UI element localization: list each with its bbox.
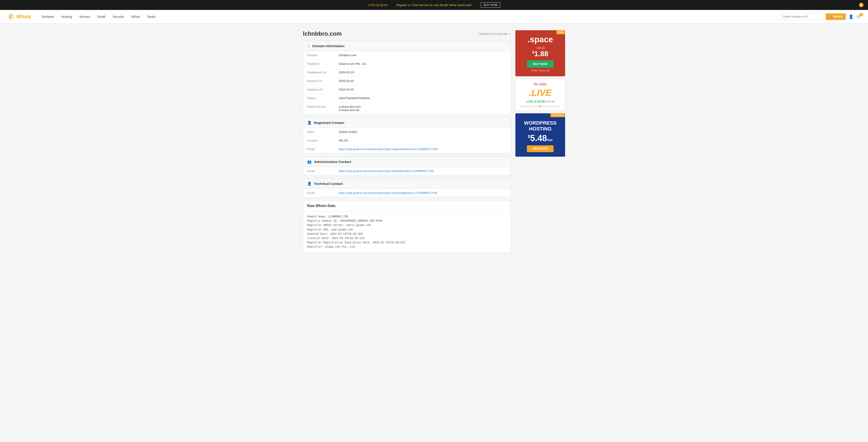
domain-row: Domain: lchnbbro.com [303,51,510,60]
domain-info-title: Domain Information [312,44,344,48]
space-tld: .space [519,35,562,44]
nav-link-email[interactable]: Email [94,10,109,24]
logo-flame-icon [7,13,15,21]
updated-on-row: Updated On: 2024-03-19 [303,85,510,94]
space-old-price-text: +29.88 [536,46,545,50]
promo-text: Register a .COM domain for only $9.98! W… [397,3,472,7]
banner-buy-now-button[interactable]: BUY NOW [481,2,500,8]
dot-6[interactable] [534,105,536,107]
user-icon: 👤 [848,14,854,19]
dot-14[interactable] [556,105,557,107]
right-content: Sale .space +29.88 $1.88 BUY NOW *while … [515,30,565,256]
carousel-dots [519,105,562,107]
updated-text-label: Updated 3 seconds ago [479,32,507,35]
expires-on-value: 2025-03-19 [339,79,506,82]
registrar-row: Registrar: Gname.com Pte. Ltd. [303,60,510,68]
wp-hosting-ad: Introducing WORDPRESS HOSTING $5.48/mo V… [515,113,565,157]
live-price-row: .LIVE @ $3.98 $32.88 [519,100,562,103]
nav-link-security[interactable]: Security [109,10,128,24]
tech-contact-card: 👤 Technical Contact Email: https://rdap.… [303,178,511,197]
refresh-icon[interactable]: ↻ [508,32,511,35]
admin-email-row: Email: https://rdap.gname.com/extra/cont… [303,167,510,175]
admin-body: Email: https://rdap.gname.com/extra/cont… [303,167,510,175]
admin-title: Administrative Contact [314,160,351,164]
domain-info-body: Domain: lchnbbro.com Registrar: Gname.co… [303,51,510,114]
top-banner: .COM @ $9.98 Register a .COM domain for … [0,0,868,10]
registrant-icon: 👤 [307,121,312,125]
banner-close-button[interactable]: × [859,3,864,7]
space-ad: Sale .space +29.88 $1.88 BUY NOW *while … [515,30,565,76]
status-label: Status: [307,96,339,100]
dot-9[interactable] [542,105,544,107]
space-old-price: +29.88 [519,46,562,50]
dot-13[interactable] [553,105,555,107]
nameservers-value: a.share-dns.com b.share-dns.net [339,105,506,112]
registrant-email-row: Email: https://rdap.gname.com/extra/cont… [303,145,510,153]
main-content: lchnbbro.com Updated 3 seconds ago ↻ ⊙ D… [298,30,569,256]
nav-link-domains[interactable]: Domains [38,10,58,24]
raw-whois-header: Raw Whois Data [303,201,510,211]
registrant-email-link[interactable]: https://rdap.gname.com/extra/contact?typ… [339,148,438,151]
registrar-value: Gname.com Pte. Ltd. [339,62,506,65]
registrant-title: Registrant Contact [314,121,344,125]
status-row: Status: clientTransferProhibited [303,94,510,102]
space-price-value: 1.88 [534,50,548,58]
wp-price: $5.48/mo [519,133,562,143]
updated-on-value: 2024-03-19 [339,88,506,91]
space-buy-button[interactable]: BUY NOW [527,60,554,68]
country-value: HK,CN [339,139,506,142]
registrant-body: State: HONG KONG Country: HK,CN Email: h… [303,128,510,153]
dot-12[interactable] [550,105,552,107]
cart-button[interactable]: 🛒 0 [856,14,861,19]
space-new-price: $1.88 [519,50,562,58]
dot-3[interactable] [526,105,528,107]
domain-label: Domain: [307,54,339,57]
dot-5[interactable] [531,105,533,107]
nav-link-hosting[interactable]: Hosting [58,10,75,24]
dot-7[interactable] [537,105,538,107]
sale-badge: Sale [556,30,565,34]
search-button[interactable]: 🔍 WHOIS [826,13,846,20]
nav-link-whois[interactable]: Whois [128,10,144,24]
nameservers-row: Name Servers: a.share-dns.com b.share-dn… [303,102,510,114]
search-input[interactable] [780,13,826,20]
tech-header: 👤 Technical Contact [303,179,510,189]
user-account-button[interactable]: 👤 [848,14,854,19]
raw-whois-card: Raw Whois Data Domain Name: LCHNBBRO.COM… [303,200,511,252]
space-footnote: *while stocks last [519,69,562,72]
dot-15[interactable] [558,105,560,107]
navbar: Whois Domains Hosting Servers Email Secu… [0,10,868,24]
admin-header: 👥 Administrative Contact [303,157,510,167]
tech-body: Email: https://rdap.gname.com/extra/cont… [303,189,510,197]
updated-on-label: Updated On: [307,88,339,91]
registered-on-value: 2024-03-19 [339,71,506,74]
dot-2[interactable] [523,105,525,107]
logo[interactable]: Whois [7,13,31,21]
admin-email-link[interactable]: https://rdap.gname.com/extra/contact?typ… [339,170,434,173]
updated-status: Updated 3 seconds ago ↻ [479,32,511,35]
tech-icon: 👤 [307,181,312,186]
dot-1[interactable] [520,105,522,107]
nav-link-servers[interactable]: Servers [76,10,94,24]
live-ad: On Sale! .LIVE .LIVE @ $3.98 $32.88 [515,79,565,111]
wp-hosting-title: WORDPRESS HOSTING [519,120,562,132]
domain-info-header: ⊙ Domain Information [303,41,510,51]
dot-4[interactable] [528,105,530,107]
svg-point-0 [7,13,15,21]
admin-contact-card: 👥 Administrative Contact Email: https://… [303,157,511,175]
search-container: 🔍 WHOIS [780,13,846,20]
left-content: lchnbbro.com Updated 3 seconds ago ↻ ⊙ D… [303,30,511,256]
dot-11[interactable] [548,105,549,107]
expires-on-label: Expires On: [307,79,339,82]
page-title: lchnbbro.com [303,30,342,37]
domain-info-icon: ⊙ [307,44,310,48]
wp-price-value: 5.48 [530,133,547,143]
search-btn-label: WHOIS [833,15,842,18]
dot-8[interactable] [539,105,541,107]
nav-link-deals[interactable]: Deals [144,10,159,24]
page-title-row: lchnbbro.com Updated 3 seconds ago ↻ [303,30,511,37]
wp-view-more-button[interactable]: VIEW MORE [527,145,554,152]
dot-10[interactable] [545,105,547,107]
tech-email-link[interactable]: https://rdap.gname.com/extra/contact?typ… [339,192,437,195]
registrant-header: 👤 Registrant Contact [303,118,510,128]
